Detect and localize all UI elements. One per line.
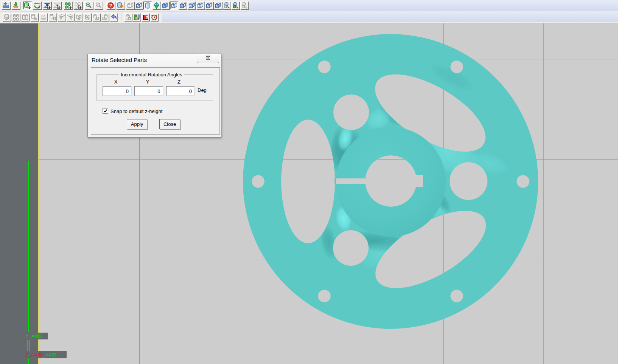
svg-text:?: ? [109,3,112,8]
